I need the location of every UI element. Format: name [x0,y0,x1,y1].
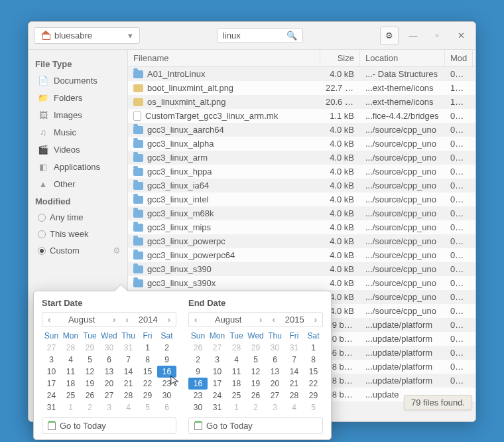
calendar-day[interactable]: 31 [119,342,138,354]
calendar-day[interactable]: 27 [265,390,284,402]
table-row[interactable]: A01_IntroLinux4.0 kB...- Data Structures… [128,67,475,81]
calendar-day[interactable]: 3 [208,354,227,366]
calendar-day[interactable]: 13 [265,366,284,378]
calendar-day[interactable]: 18 [61,378,80,390]
calendar-day[interactable]: 16 [188,378,208,390]
calendar-day[interactable]: 17 [208,378,227,390]
calendar-day[interactable]: 30 [188,402,208,413]
calendar-day[interactable]: 7 [119,354,138,366]
calendar-day[interactable]: 15 [304,366,323,378]
table-row[interactable]: gcc3_linux_mips4.0 kB.../source/cpp_uno0… [128,220,475,234]
calendar-day[interactable]: 5 [138,402,157,413]
calendar-day[interactable]: 5 [304,402,323,413]
calendar-day[interactable]: 8 [138,354,157,366]
prev-month-button[interactable]: ‹ [44,314,54,325]
calendar-day[interactable]: 10 [208,366,227,378]
calendar-day[interactable]: 14 [284,366,304,378]
calendar-day[interactable]: 26 [188,342,208,354]
calendar-day[interactable]: 22 [138,378,157,390]
next-year-button[interactable]: › [310,314,321,325]
filetype-documents[interactable]: 📄Documents [29,72,127,89]
calendar-day[interactable]: 30 [99,342,119,354]
calendar-day[interactable]: 21 [119,378,138,390]
calendar-day[interactable]: 2 [246,402,265,413]
calendar-day[interactable]: 4 [61,354,80,366]
settings-button[interactable]: ⚙ [380,27,399,45]
calendar-day[interactable]: 27 [208,342,227,354]
table-row[interactable]: CustomTarget_gcc3_linux_arm.mk1.1 kB...f… [128,109,475,123]
table-row[interactable]: os_linuxmint_alt.png20.6 kB...ext-theme/… [128,95,475,109]
calendar-day[interactable]: 19 [80,378,99,390]
location-button[interactable]: bluesabre ▾ [34,27,140,44]
calendar-day[interactable]: 23 [188,390,208,402]
modified-custom[interactable]: Custom⚙ [29,242,127,259]
table-row[interactable]: gcc3_linux_arm4.0 kB.../source/cpp_uno03… [128,151,475,165]
calendar-day[interactable]: 20 [99,378,119,390]
calendar-day[interactable]: 15 [138,366,157,378]
filetype-music[interactable]: ♫Music [29,123,127,141]
calendar-day[interactable]: 23 [157,378,176,390]
calendar-day[interactable]: 22 [304,378,323,390]
calendar-day[interactable]: 28 [119,390,138,402]
calendar-day[interactable]: 18 [227,378,246,390]
table-row[interactable]: boot_linuxmint_alt.png22.7 kB...ext-them… [128,81,475,95]
calendar-day[interactable]: 29 [138,390,157,402]
calendar-day[interactable]: 3 [99,402,119,413]
calendar-day[interactable]: 12 [246,366,265,378]
calendar-day[interactable]: 29 [80,342,99,354]
calendar-day[interactable]: 27 [42,342,61,354]
calendar-day[interactable]: 4 [227,354,246,366]
filetype-other[interactable]: ▲Other [29,175,127,192]
search-field[interactable]: 🔍 [217,28,303,43]
modified-this-week[interactable]: This week [29,226,127,242]
calendar-day[interactable]: 26 [246,390,265,402]
calendar-day[interactable]: 4 [119,402,138,413]
filetype-images[interactable]: 🖼Images [29,106,127,123]
calendar-day[interactable]: 30 [157,390,176,402]
calendar-day[interactable]: 11 [227,366,246,378]
calendar-day[interactable]: 6 [157,402,176,413]
table-row[interactable]: gcc3_linux_powerpc644.0 kB.../source/cpp… [128,248,475,262]
calendar-day[interactable]: 29 [304,390,323,402]
calendar-day[interactable]: 25 [227,390,246,402]
table-row[interactable]: gcc3_linux_aarch644.0 kB.../source/cpp_u… [128,123,475,137]
minimize-button[interactable]: — [404,27,422,45]
calendar-day[interactable]: 19 [246,378,265,390]
calendar-day[interactable]: 24 [208,390,227,402]
calendar-day[interactable]: 5 [246,354,265,366]
calendar-day[interactable]: 13 [99,366,119,378]
calendar-day[interactable]: 26 [80,390,99,402]
calendar-day[interactable]: 14 [119,366,138,378]
table-row[interactable]: gcc3_linux_s3904.0 kB.../source/cpp_uno0… [128,262,475,276]
table-row[interactable]: gcc3_linux_alpha4.0 kB.../source/cpp_uno… [128,137,475,151]
calendar-day[interactable]: 3 [42,354,61,366]
calendar-day[interactable]: 31 [284,342,304,354]
filetype-videos[interactable]: 🎬Videos [29,141,127,158]
calendar-day[interactable]: 5 [80,354,99,366]
calendar-day[interactable]: 30 [265,342,284,354]
calendar-day[interactable]: 12 [80,366,99,378]
table-row[interactable]: gcc3_linux_intel4.0 kB.../source/cpp_uno… [128,192,475,206]
calendar-day[interactable]: 9 [188,366,208,378]
calendar-day[interactable]: 9 [157,354,176,366]
maximize-button[interactable]: ▫ [428,27,446,45]
go-to-today-button[interactable]: Go to Today [188,417,323,434]
calendar-day[interactable]: 1 [227,402,246,413]
col-size[interactable]: Size [320,50,360,66]
calendar-day[interactable]: 8 [304,354,323,366]
prev-year-button[interactable]: ‹ [268,314,279,325]
prev-year-button[interactable]: ‹ [121,314,132,325]
prev-month-button[interactable]: ‹ [190,314,201,325]
calendar-day[interactable]: 1 [304,342,323,354]
calendar-day[interactable]: 20 [265,378,284,390]
calendar-day[interactable]: 2 [80,402,99,413]
modified-any-time[interactable]: Any time [29,209,127,226]
table-row[interactable]: gcc3_linux_ia644.0 kB.../source/cpp_uno0… [128,179,475,192]
calendar-day[interactable]: 2 [157,342,176,354]
calendar-day[interactable]: 21 [284,378,304,390]
filetype-folders[interactable]: 📁Folders [29,89,127,106]
calendar-day[interactable]: 29 [246,342,265,354]
calendar-day[interactable]: 16 [157,366,176,378]
calendar-day[interactable]: 7 [284,354,304,366]
next-month-button[interactable]: › [109,314,119,325]
